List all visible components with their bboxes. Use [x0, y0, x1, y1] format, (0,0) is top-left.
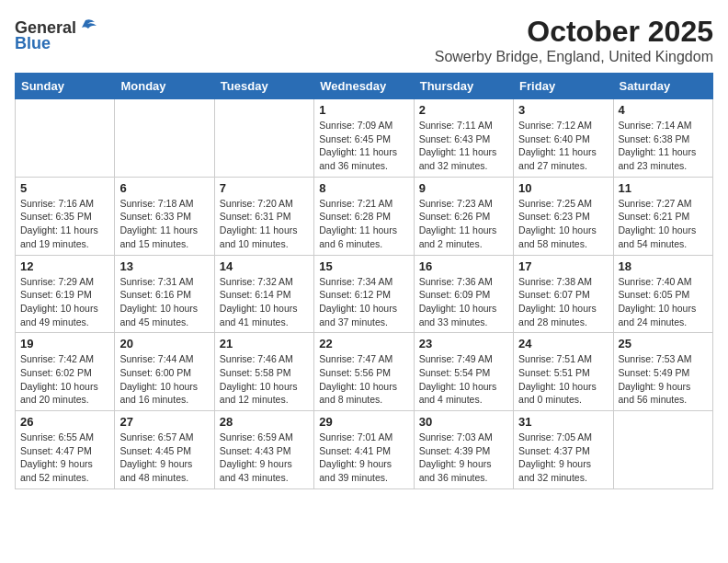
- day-detail: Sunrise: 7:11 AM Sunset: 6:43 PM Dayligh…: [419, 119, 508, 173]
- day-detail: Sunrise: 7:42 AM Sunset: 6:02 PM Dayligh…: [20, 352, 109, 407]
- day-number: 17: [518, 259, 608, 273]
- calendar-day-cell: [115, 99, 214, 178]
- calendar-day-cell: 8Sunrise: 7:21 AM Sunset: 6:28 PM Daylig…: [314, 177, 414, 255]
- day-number: 6: [119, 181, 209, 195]
- day-detail: Sunrise: 7:47 AM Sunset: 5:56 PM Dayligh…: [319, 352, 408, 407]
- calendar-day-cell: 1Sunrise: 7:09 AM Sunset: 6:45 PM Daylig…: [314, 99, 414, 178]
- calendar-week-row: 26Sunrise: 6:55 AM Sunset: 4:47 PM Dayli…: [16, 411, 713, 489]
- calendar-day-cell: 20Sunrise: 7:44 AM Sunset: 6:00 PM Dayli…: [115, 333, 214, 411]
- day-number: 27: [119, 415, 209, 429]
- day-detail: Sunrise: 7:40 AM Sunset: 6:05 PM Dayligh…: [619, 275, 708, 329]
- calendar-day-cell: 23Sunrise: 7:49 AM Sunset: 5:54 PM Dayli…: [414, 333, 513, 411]
- day-detail: Sunrise: 7:36 AM Sunset: 6:09 PM Dayligh…: [419, 275, 508, 329]
- day-detail: Sunrise: 7:27 AM Sunset: 6:21 PM Dayligh…: [619, 197, 708, 251]
- day-number: 23: [419, 337, 508, 350]
- day-number: 5: [20, 181, 109, 195]
- calendar-day-cell: [613, 411, 712, 489]
- calendar-header-friday: Friday: [514, 74, 613, 99]
- calendar-header-wednesday: Wednesday: [314, 74, 414, 99]
- calendar-day-cell: 25Sunrise: 7:53 AM Sunset: 5:49 PM Dayli…: [613, 333, 712, 411]
- calendar-table: SundayMondayTuesdayWednesdayThursdayFrid…: [15, 73, 713, 489]
- calendar-day-cell: 19Sunrise: 7:42 AM Sunset: 6:02 PM Dayli…: [16, 333, 115, 411]
- day-detail: Sunrise: 7:21 AM Sunset: 6:28 PM Dayligh…: [319, 197, 408, 251]
- day-detail: Sunrise: 7:14 AM Sunset: 6:38 PM Dayligh…: [619, 119, 708, 173]
- calendar-header-row: SundayMondayTuesdayWednesdayThursdayFrid…: [16, 74, 713, 99]
- calendar-day-cell: 29Sunrise: 7:01 AM Sunset: 4:41 PM Dayli…: [314, 411, 414, 489]
- day-number: 9: [419, 181, 508, 195]
- day-number: 15: [319, 259, 408, 273]
- day-detail: Sunrise: 7:20 AM Sunset: 6:31 PM Dayligh…: [220, 197, 309, 251]
- day-detail: Sunrise: 7:38 AM Sunset: 6:07 PM Dayligh…: [518, 275, 608, 329]
- calendar-day-cell: 26Sunrise: 6:55 AM Sunset: 4:47 PM Dayli…: [16, 411, 115, 489]
- day-detail: Sunrise: 6:59 AM Sunset: 4:43 PM Dayligh…: [220, 431, 309, 485]
- calendar-day-cell: 28Sunrise: 6:59 AM Sunset: 4:43 PM Dayli…: [214, 411, 313, 489]
- day-number: 11: [619, 181, 708, 195]
- calendar-day-cell: 18Sunrise: 7:40 AM Sunset: 6:05 PM Dayli…: [613, 255, 712, 333]
- day-number: 4: [619, 103, 708, 117]
- day-detail: Sunrise: 7:18 AM Sunset: 6:33 PM Dayligh…: [119, 197, 209, 251]
- calendar-day-cell: 16Sunrise: 7:36 AM Sunset: 6:09 PM Dayli…: [414, 255, 513, 333]
- day-number: 10: [518, 181, 608, 195]
- calendar-day-cell: 27Sunrise: 6:57 AM Sunset: 4:45 PM Dayli…: [115, 411, 214, 489]
- day-number: 29: [319, 415, 408, 429]
- day-number: 28: [220, 415, 309, 429]
- calendar-day-cell: 15Sunrise: 7:34 AM Sunset: 6:12 PM Dayli…: [314, 255, 414, 333]
- day-detail: Sunrise: 7:23 AM Sunset: 6:26 PM Dayligh…: [419, 197, 508, 251]
- calendar-week-row: 1Sunrise: 7:09 AM Sunset: 6:45 PM Daylig…: [16, 99, 713, 178]
- day-number: 31: [518, 415, 608, 429]
- day-detail: Sunrise: 7:46 AM Sunset: 5:58 PM Dayligh…: [220, 352, 309, 407]
- logo-blue-text: Blue: [15, 34, 51, 53]
- calendar-day-cell: 21Sunrise: 7:46 AM Sunset: 5:58 PM Dayli…: [214, 333, 313, 411]
- calendar-header-thursday: Thursday: [414, 74, 513, 99]
- day-number: 12: [20, 259, 109, 273]
- day-number: 1: [319, 103, 408, 117]
- day-detail: Sunrise: 7:29 AM Sunset: 6:19 PM Dayligh…: [20, 275, 109, 329]
- calendar-day-cell: 13Sunrise: 7:31 AM Sunset: 6:16 PM Dayli…: [115, 255, 214, 333]
- day-detail: Sunrise: 7:51 AM Sunset: 5:51 PM Dayligh…: [518, 352, 608, 407]
- day-detail: Sunrise: 7:12 AM Sunset: 6:40 PM Dayligh…: [518, 119, 608, 173]
- day-detail: Sunrise: 7:25 AM Sunset: 6:23 PM Dayligh…: [518, 197, 608, 251]
- day-number: 26: [20, 415, 109, 429]
- calendar-day-cell: 31Sunrise: 7:05 AM Sunset: 4:37 PM Dayli…: [514, 411, 613, 489]
- logo: General Blue: [15, 18, 98, 53]
- day-detail: Sunrise: 7:16 AM Sunset: 6:35 PM Dayligh…: [20, 197, 109, 251]
- calendar-day-cell: [16, 99, 115, 178]
- title-area: October 2025 Sowerby Bridge, England, Un…: [435, 15, 713, 65]
- day-number: 22: [319, 337, 408, 350]
- logo-bird-icon: [78, 18, 98, 35]
- day-number: 20: [119, 337, 209, 350]
- day-detail: Sunrise: 7:03 AM Sunset: 4:39 PM Dayligh…: [419, 431, 508, 485]
- day-number: 18: [619, 259, 708, 273]
- day-detail: Sunrise: 7:31 AM Sunset: 6:16 PM Dayligh…: [119, 275, 209, 329]
- day-number: 7: [220, 181, 309, 195]
- day-detail: Sunrise: 7:01 AM Sunset: 4:41 PM Dayligh…: [319, 431, 408, 485]
- calendar-day-cell: 2Sunrise: 7:11 AM Sunset: 6:43 PM Daylig…: [414, 99, 513, 178]
- day-number: 30: [419, 415, 508, 429]
- day-number: 16: [419, 259, 508, 273]
- calendar-day-cell: 11Sunrise: 7:27 AM Sunset: 6:21 PM Dayli…: [613, 177, 712, 255]
- day-number: 2: [419, 103, 508, 117]
- calendar-day-cell: 10Sunrise: 7:25 AM Sunset: 6:23 PM Dayli…: [514, 177, 613, 255]
- calendar-week-row: 5Sunrise: 7:16 AM Sunset: 6:35 PM Daylig…: [16, 177, 713, 255]
- calendar-header-sunday: Sunday: [16, 74, 115, 99]
- calendar-week-row: 19Sunrise: 7:42 AM Sunset: 6:02 PM Dayli…: [16, 333, 713, 411]
- calendar-day-cell: 22Sunrise: 7:47 AM Sunset: 5:56 PM Dayli…: [314, 333, 414, 411]
- day-detail: Sunrise: 7:49 AM Sunset: 5:54 PM Dayligh…: [419, 352, 508, 407]
- calendar-day-cell: 24Sunrise: 7:51 AM Sunset: 5:51 PM Dayli…: [514, 333, 613, 411]
- day-number: 8: [319, 181, 408, 195]
- calendar-day-cell: 3Sunrise: 7:12 AM Sunset: 6:40 PM Daylig…: [514, 99, 613, 178]
- day-number: 13: [119, 259, 209, 273]
- day-detail: Sunrise: 7:53 AM Sunset: 5:49 PM Dayligh…: [619, 352, 708, 407]
- calendar-day-cell: [214, 99, 313, 178]
- day-number: 14: [220, 259, 309, 273]
- calendar-day-cell: 6Sunrise: 7:18 AM Sunset: 6:33 PM Daylig…: [115, 177, 214, 255]
- day-detail: Sunrise: 7:05 AM Sunset: 4:37 PM Dayligh…: [518, 431, 608, 485]
- day-number: 3: [518, 103, 608, 117]
- calendar-day-cell: 14Sunrise: 7:32 AM Sunset: 6:14 PM Dayli…: [214, 255, 313, 333]
- calendar-day-cell: 9Sunrise: 7:23 AM Sunset: 6:26 PM Daylig…: [414, 177, 513, 255]
- day-number: 25: [619, 337, 708, 350]
- calendar-day-cell: 7Sunrise: 7:20 AM Sunset: 6:31 PM Daylig…: [214, 177, 313, 255]
- day-detail: Sunrise: 7:34 AM Sunset: 6:12 PM Dayligh…: [319, 275, 408, 329]
- day-number: 24: [518, 337, 608, 350]
- calendar-header-monday: Monday: [115, 74, 214, 99]
